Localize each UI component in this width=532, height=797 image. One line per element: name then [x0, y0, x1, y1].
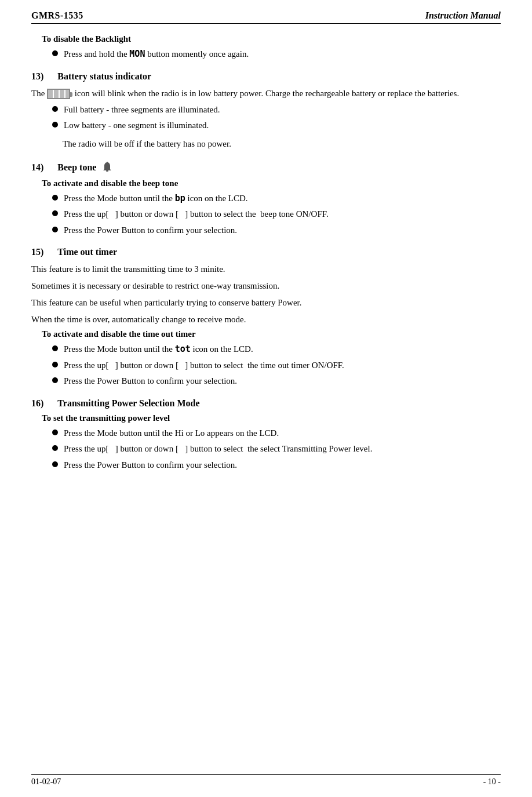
- timer-para-2: Sometimes it is necessary or desirable t…: [31, 279, 501, 293]
- bullet-icon: [52, 430, 58, 435]
- svg-rect-0: [106, 170, 108, 172]
- list-item: Press the Mode button until the tot icon…: [52, 343, 501, 356]
- bullet-icon: [52, 227, 58, 232]
- bullet-icon: [52, 345, 58, 351]
- list-item: Full battery - three segments are illumi…: [52, 103, 501, 117]
- bell-icon: [101, 161, 114, 174]
- bullet-icon: [52, 106, 58, 112]
- footer-date: 01-02-07: [31, 777, 61, 787]
- footer-page: - 10 -: [483, 777, 501, 787]
- list-item: Press the up[ ] button or down [ ] butto…: [52, 359, 501, 372]
- list-item: Press the Mode button until the Hi or Lo…: [52, 427, 501, 440]
- page: GMRS-1535 Instruction Manual To disable …: [0, 0, 532, 797]
- bullet-icon: [52, 195, 58, 201]
- timer-para-1: This feature is to limit the transmittin…: [31, 262, 501, 276]
- bullet-icon: [52, 362, 58, 367]
- timer-bullets: Press the Mode button until the tot icon…: [52, 343, 501, 388]
- power-section-title: 16) Transmitting Power Selection Mode: [31, 398, 501, 409]
- page-footer: 01-02-07 - 10 -: [31, 774, 501, 787]
- bullet-icon: [52, 50, 58, 56]
- list-item: Press the Power Button to confirm your s…: [52, 458, 501, 472]
- list-item: Press the Mode button until the bp icon …: [52, 192, 501, 205]
- battery-note: The radio will be off if the battery has…: [63, 137, 501, 151]
- beep-activate-title: To activate and disable the beep tone: [42, 179, 501, 188]
- battery-section: 13) Battery status indicator The icon wi…: [31, 71, 501, 151]
- svg-rect-1: [107, 162, 108, 163]
- backlight-title: To disable the Backlight: [42, 34, 501, 44]
- beep-section-title: 14) Beep tone: [31, 161, 501, 174]
- list-item: Press the Power Button to confirm your s…: [52, 224, 501, 237]
- list-item: Low battery - one segment is illuminated…: [52, 119, 501, 132]
- timer-section: 15) Time out timer This feature is to li…: [31, 247, 501, 388]
- bullet-icon: [52, 461, 58, 467]
- timer-para-3: This feature can be useful when particul…: [31, 296, 501, 310]
- list-item: Press the up[ ] button or down [ ] butto…: [52, 208, 501, 221]
- battery-icon: [47, 89, 70, 99]
- bullet-icon: [52, 210, 58, 216]
- beep-section: 14) Beep tone To activate and disable th…: [31, 161, 501, 237]
- power-bullets: Press the Mode button until the Hi or Lo…: [52, 427, 501, 472]
- bullet-icon: [52, 122, 58, 128]
- product-name: GMRS-1535: [31, 10, 83, 21]
- timer-activate-title: To activate and disable the time out tim…: [42, 329, 501, 339]
- bullet-icon: [52, 445, 58, 451]
- page-header: GMRS-1535 Instruction Manual: [31, 10, 501, 24]
- beep-bullets: Press the Mode button until the bp icon …: [52, 192, 501, 237]
- battery-intro: The icon will blink when the radio is in…: [31, 86, 501, 100]
- list-item: Press the up[ ] button or down [ ] butto…: [52, 442, 501, 456]
- backlight-section: To disable the Backlight Press and hold …: [31, 34, 501, 61]
- power-set-title: To set the transmitting power level: [42, 413, 501, 423]
- battery-section-title: 13) Battery status indicator: [31, 71, 501, 82]
- timer-para-4: When the time is over, automatically cha…: [31, 312, 501, 326]
- list-item: Press the Power Button to confirm your s…: [52, 374, 501, 388]
- battery-bullets: Full battery - three segments are illumi…: [52, 103, 501, 132]
- bullet-icon: [52, 377, 58, 383]
- list-item: Press and hold the MON button momently o…: [52, 48, 501, 61]
- timer-section-title: 15) Time out timer: [31, 247, 501, 257]
- power-section: 16) Transmitting Power Selection Mode To…: [31, 398, 501, 472]
- backlight-bullets: Press and hold the MON button momently o…: [52, 48, 501, 61]
- manual-title: Instruction Manual: [425, 10, 501, 21]
